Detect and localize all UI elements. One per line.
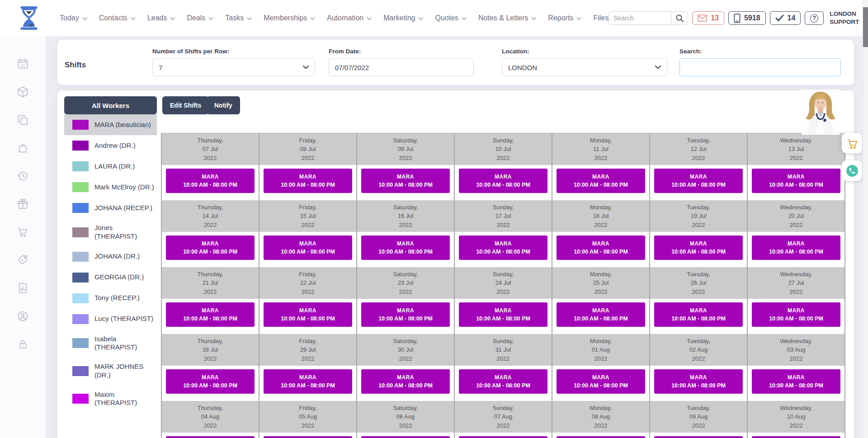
gift-icon[interactable] bbox=[17, 198, 29, 210]
worker-list-item-johana-dr[interactable]: JOHANA (DR.) bbox=[64, 246, 157, 267]
search-button[interactable] bbox=[671, 12, 688, 24]
shifts-per-row-select[interactable]: 7 bbox=[152, 58, 315, 76]
shift-block[interactable]: MARA 10:00 AM - 08:00 PM bbox=[166, 302, 255, 327]
calls-badge[interactable]: 5918 bbox=[728, 11, 766, 25]
location-select[interactable]: LONDON bbox=[502, 58, 667, 76]
shift-block[interactable]: MARA 10:00 AM - 08:00 PM bbox=[361, 235, 450, 260]
help-button[interactable]: ? bbox=[805, 11, 824, 25]
day-body[interactable]: MARA 10:00 AM - 08:00 PM bbox=[357, 436, 454, 438]
user-circle-icon[interactable] bbox=[17, 310, 29, 322]
day-body[interactable]: MARA 10:00 AM - 08:00 PM bbox=[357, 302, 454, 334]
day-body[interactable]: MARA 10:00 AM - 08:00 PM bbox=[650, 302, 747, 334]
package-icon[interactable] bbox=[17, 86, 29, 98]
phone-teal-floating-button[interactable] bbox=[842, 160, 862, 181]
nav-item-today[interactable]: Today bbox=[60, 14, 87, 22]
shift-block[interactable]: MARA 10:00 AM - 08:00 PM bbox=[459, 235, 547, 260]
day-body[interactable]: MARA 10:00 AM - 08:00 PM bbox=[162, 436, 259, 438]
worker-list-item-maxim-therapist[interactable]: Maxim (THERAPIST) bbox=[64, 385, 157, 413]
shift-block[interactable]: MARA 10:00 AM - 08:00 PM bbox=[264, 302, 352, 327]
shift-block[interactable]: MARA 10:00 AM - 08:00 PM bbox=[166, 235, 255, 260]
nav-item-tasks[interactable]: Tasks bbox=[225, 14, 252, 22]
report-icon[interactable] bbox=[17, 282, 29, 294]
day-body[interactable]: MARA 10:00 AM - 08:00 PM bbox=[259, 302, 356, 334]
shopping-bag-icon[interactable] bbox=[17, 142, 29, 154]
day-body[interactable]: MARA 10:00 AM - 08:00 PM bbox=[748, 369, 844, 401]
day-body[interactable]: MARA 10:00 AM - 08:00 PM bbox=[552, 235, 649, 267]
shift-block[interactable]: MARA 10:00 AM - 08:00 PM bbox=[557, 302, 645, 327]
day-body[interactable]: MARA 10:00 AM - 08:00 PM bbox=[552, 302, 649, 334]
nav-item-contacts[interactable]: Contacts bbox=[99, 14, 136, 22]
shift-block[interactable]: MARA 10:00 AM - 08:00 PM bbox=[459, 169, 547, 193]
worker-list-item-tony-recep[interactable]: Tony (RECEP.) bbox=[64, 288, 157, 309]
calendar-icon[interactable]: 12 bbox=[17, 58, 29, 70]
day-body[interactable]: MARA 10:00 AM - 08:00 PM bbox=[552, 169, 649, 200]
worker-search-input[interactable] bbox=[686, 64, 835, 71]
shift-block[interactable]: MARA 10:00 AM - 08:00 PM bbox=[752, 235, 840, 260]
worker-list-item-mara-beautician[interactable]: MARA (beautician) bbox=[64, 114, 157, 135]
shift-block[interactable]: MARA 10:00 AM - 08:00 PM bbox=[654, 169, 743, 193]
day-body[interactable]: MARA 10:00 AM - 08:00 PM bbox=[357, 169, 454, 200]
day-body[interactable]: MARA 10:00 AM - 08:00 PM bbox=[259, 369, 356, 401]
edit-shifts-button[interactable]: Edit Shifts bbox=[162, 96, 209, 114]
worker-list-item-jones-therapist[interactable]: Jones (THERAPIST) bbox=[64, 218, 157, 246]
shift-block[interactable]: MARA 10:00 AM - 08:00 PM bbox=[654, 436, 743, 438]
shift-block[interactable]: MARA 10:00 AM - 08:00 PM bbox=[264, 369, 352, 394]
global-search-input[interactable] bbox=[609, 12, 671, 24]
nav-item-marketing[interactable]: Marketing bbox=[383, 14, 423, 22]
from-date-input[interactable] bbox=[335, 64, 467, 71]
nav-item-quotes[interactable]: Quotes bbox=[435, 14, 467, 22]
shift-block[interactable]: MARA 10:00 AM - 08:00 PM bbox=[654, 369, 743, 394]
shift-block[interactable]: MARA 10:00 AM - 08:00 PM bbox=[361, 302, 450, 327]
shift-block[interactable]: MARA 10:00 AM - 08:00 PM bbox=[459, 302, 547, 327]
shift-block[interactable]: MARA 10:00 AM - 08:00 PM bbox=[557, 235, 645, 260]
day-body[interactable]: MARA 10:00 AM - 08:00 PM bbox=[748, 436, 844, 438]
day-body[interactable]: MARA 10:00 AM - 08:00 PM bbox=[259, 436, 356, 438]
day-body[interactable]: MARA 10:00 AM - 08:00 PM bbox=[455, 169, 552, 200]
worker-list-item-mark-johnes-dr[interactable]: MARK JOHNES (DR.) bbox=[64, 357, 157, 385]
lock-icon[interactable] bbox=[17, 338, 29, 350]
worker-list-item-isabela-therapist[interactable]: Isabela (THERAPIST) bbox=[64, 330, 157, 358]
shift-block[interactable]: MARA 10:00 AM - 08:00 PM bbox=[557, 436, 645, 438]
shift-block[interactable]: MARA 10:00 AM - 08:00 PM bbox=[752, 369, 840, 394]
shift-block[interactable]: MARA 10:00 AM - 08:00 PM bbox=[361, 169, 450, 193]
shift-block[interactable]: MARA 10:00 AM - 08:00 PM bbox=[752, 302, 840, 327]
nav-item-leads[interactable]: Leads bbox=[147, 14, 175, 22]
shift-block[interactable]: MARA 10:00 AM - 08:00 PM bbox=[459, 369, 547, 394]
day-body[interactable]: MARA 10:00 AM - 08:00 PM bbox=[455, 436, 552, 438]
day-body[interactable]: MARA 10:00 AM - 08:00 PM bbox=[650, 235, 747, 267]
shift-block[interactable]: MARA 10:00 AM - 08:00 PM bbox=[166, 436, 255, 438]
nav-item-reports[interactable]: Reports bbox=[548, 14, 581, 22]
worker-list-item-mark-mcelroy-dr[interactable]: Mark McElroy (DR.) bbox=[64, 177, 157, 198]
worker-list-item-lucy-therapist[interactable]: Lucy (THERAPIST) bbox=[64, 309, 157, 330]
nav-item-automation[interactable]: Automation bbox=[327, 14, 372, 22]
worker-list-item-georgia-dr[interactable]: GEORGIA (DR.) bbox=[64, 267, 157, 288]
day-body[interactable]: MARA 10:00 AM - 08:00 PM bbox=[357, 235, 454, 267]
shift-block[interactable]: MARA 10:00 AM - 08:00 PM bbox=[557, 169, 645, 193]
worker-list-item-johana-recep[interactable]: JOHANA (RECEP.) bbox=[64, 198, 157, 218]
nav-item-deals[interactable]: Deals bbox=[187, 14, 213, 22]
day-body[interactable]: MARA 10:00 AM - 08:00 PM bbox=[650, 369, 747, 401]
notify-button[interactable]: Notify bbox=[207, 96, 240, 114]
day-body[interactable]: MARA 10:00 AM - 08:00 PM bbox=[552, 369, 649, 401]
day-body[interactable]: MARA 10:00 AM - 08:00 PM bbox=[162, 235, 259, 267]
shift-block[interactable]: MARA 10:00 AM - 08:00 PM bbox=[654, 235, 743, 260]
shift-block[interactable]: MARA 10:00 AM - 08:00 PM bbox=[752, 169, 840, 193]
scrollbar-thumb[interactable] bbox=[863, 7, 868, 47]
day-body[interactable]: MARA 10:00 AM - 08:00 PM bbox=[357, 369, 454, 401]
shift-block[interactable]: MARA 10:00 AM - 08:00 PM bbox=[752, 436, 840, 438]
cart-gold-floating-button[interactable] bbox=[842, 133, 862, 153]
shift-block[interactable]: MARA 10:00 AM - 08:00 PM bbox=[264, 169, 352, 193]
day-body[interactable]: MARA 10:00 AM - 08:00 PM bbox=[455, 235, 552, 267]
day-body[interactable]: MARA 10:00 AM - 08:00 PM bbox=[259, 169, 356, 200]
day-body[interactable]: MARA 10:00 AM - 08:00 PM bbox=[162, 369, 259, 401]
nav-item-files[interactable]: Files bbox=[593, 14, 609, 22]
worker-list-item-laura-dr[interactable]: LAURA (DR.) bbox=[64, 156, 157, 177]
day-body[interactable]: MARA 10:00 AM - 08:00 PM bbox=[748, 235, 844, 267]
day-body[interactable]: MARA 10:00 AM - 08:00 PM bbox=[650, 169, 747, 200]
nav-item-memberships[interactable]: Memberships bbox=[264, 14, 315, 22]
shift-block[interactable]: MARA 10:00 AM - 08:00 PM bbox=[361, 436, 450, 438]
day-body[interactable]: MARA 10:00 AM - 08:00 PM bbox=[162, 302, 259, 334]
shift-block[interactable]: MARA 10:00 AM - 08:00 PM bbox=[557, 369, 645, 394]
day-body[interactable]: MARA 10:00 AM - 08:00 PM bbox=[552, 436, 649, 438]
messages-badge[interactable]: 13 bbox=[692, 11, 724, 25]
